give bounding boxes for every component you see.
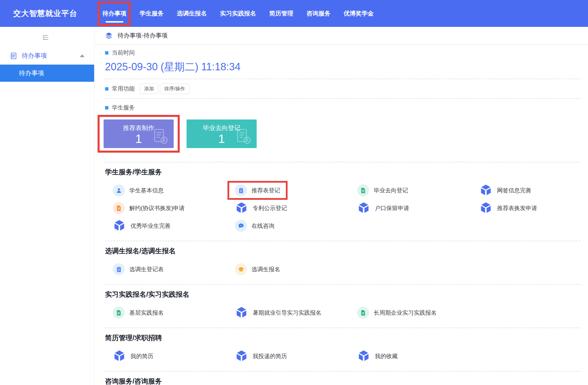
service-item-label: 我投递的简历 bbox=[253, 352, 287, 360]
service-item-label: 在线咨询 bbox=[252, 222, 274, 230]
sidebar-group-label: 待办事项 bbox=[22, 51, 47, 60]
service-item-label: 长周期企业实习实践报名 bbox=[374, 309, 437, 317]
doc-clock-icon bbox=[151, 127, 170, 146]
doc-icon bbox=[113, 202, 125, 214]
cap-icon bbox=[235, 263, 247, 275]
cube-icon bbox=[235, 350, 248, 363]
bullet-icon bbox=[105, 106, 108, 109]
nav-tab[interactable]: 简历管理 bbox=[269, 0, 293, 27]
chat-icon bbox=[235, 220, 247, 232]
service-item[interactable]: 暑期就业引导实习实践报名 bbox=[235, 305, 330, 320]
clipboard-icon bbox=[235, 184, 247, 196]
document-list-icon bbox=[10, 52, 17, 60]
service-item-label: 我的收藏 bbox=[375, 352, 398, 360]
page-content: 当前时间 2025-09-30 (星期二) 11:18:34 常用功能 添加排序… bbox=[95, 44, 588, 385]
app-title: 交大智慧就业平台 bbox=[0, 0, 94, 27]
nav-tab[interactable]: 优博奖学金 bbox=[344, 0, 374, 27]
service-item[interactable]: 毕业去向登记 bbox=[357, 183, 417, 198]
service-item-label: 优秀毕业生完善 bbox=[130, 222, 171, 230]
service-item[interactable]: 网签信息完善 bbox=[479, 183, 540, 198]
cube-icon bbox=[479, 202, 492, 215]
student-services-label: 学生服务 bbox=[112, 104, 135, 111]
sidebar-item-label: 待办事项 bbox=[19, 69, 44, 77]
divider bbox=[105, 79, 581, 79]
add-button[interactable]: 添加 bbox=[140, 83, 158, 94]
sidebar-group-todo[interactable]: 待办事项 bbox=[0, 47, 94, 65]
service-item[interactable]: 推荐表换发申请 bbox=[479, 201, 546, 216]
service-item-label: 选调生报名 bbox=[252, 266, 280, 273]
todo-cards-row: 推荐表制作 1 毕业去向登记 1 bbox=[98, 115, 581, 153]
app-header: 交大智慧就业平台 待办事项 学生服务 选调生报名 实习实践报名 简历管理 咨询服… bbox=[0, 0, 588, 27]
nav-tab[interactable]: 咨询服务 bbox=[306, 0, 330, 27]
student-services-row: 学生服务 bbox=[105, 104, 581, 111]
service-item[interactable]: 户口保留申请 bbox=[357, 201, 418, 216]
service-item[interactable]: 在线咨询 bbox=[235, 218, 283, 233]
layers-icon bbox=[105, 32, 113, 39]
service-item[interactable]: 我的收藏 bbox=[357, 349, 406, 364]
cube-icon bbox=[235, 306, 248, 319]
service-item[interactable]: 推荐表登记 bbox=[235, 183, 289, 198]
nav-tab-label: 优博奖学金 bbox=[344, 9, 374, 17]
service-item[interactable]: 选调生登记表 bbox=[113, 262, 172, 277]
service-item-label: 推荐表换发申请 bbox=[497, 204, 537, 212]
service-item-label: 基层实践报名 bbox=[129, 309, 164, 317]
cube-icon bbox=[479, 184, 492, 197]
service-sections: 学生服务/学生服务 学生基本信息 推荐表登记 毕业去向登记 网签信息完善 解约(… bbox=[105, 162, 581, 385]
section-grid: 学生基本信息 推荐表登记 毕业去向登记 网签信息完善 解约(协议书换发)申请 专… bbox=[113, 183, 581, 233]
service-item[interactable]: 选调生报名 bbox=[235, 262, 289, 277]
service-section: 选调生报名/选调生报名 选调生登记表 选调生报名 bbox=[105, 241, 581, 285]
service-section: 简历管理/求职招聘 我的简历 我投递的简历 我的收藏 bbox=[105, 328, 581, 372]
sidebar-collapse-icon[interactable] bbox=[41, 34, 50, 41]
service-item[interactable]: 学生基本信息 bbox=[113, 183, 172, 198]
nav-tab[interactable]: 实习实践报名 bbox=[220, 0, 256, 27]
doc-icon bbox=[357, 184, 369, 196]
section-title: 学生服务/学生服务 bbox=[105, 167, 581, 177]
doc-clock-icon bbox=[234, 127, 253, 146]
service-item-label: 学生基本信息 bbox=[129, 187, 164, 194]
active-tab-underline bbox=[106, 21, 123, 23]
nav-tabs: 待办事项 学生服务 选调生报名 实习实践报名 简历管理 咨询服务 优博奖学金 bbox=[102, 0, 374, 27]
service-item-label: 推荐表登记 bbox=[252, 187, 280, 194]
nav-tab[interactable]: 待办事项 bbox=[102, 0, 126, 27]
service-section: 实习实践报名/实习实践报名 基层实践报名 暑期就业引导实习实践报名 长周期企业实… bbox=[105, 285, 581, 328]
bullet-icon bbox=[105, 87, 108, 91]
nav-tab-label: 简历管理 bbox=[269, 9, 293, 17]
caret-up-icon bbox=[80, 54, 84, 57]
service-item-label: 解约(协议书换发)申请 bbox=[129, 204, 185, 212]
sort-operate-button[interactable]: 排序/操作 bbox=[160, 83, 189, 94]
section-title: 咨询服务/咨询服务 bbox=[105, 377, 581, 385]
cube-icon bbox=[113, 350, 126, 363]
service-item[interactable]: 我投递的简历 bbox=[235, 349, 296, 364]
cube-icon bbox=[357, 350, 370, 363]
nav-tab-label: 选调生报名 bbox=[177, 9, 207, 17]
doc-icon bbox=[113, 307, 125, 319]
section-title: 实习实践报名/实习实践报名 bbox=[105, 290, 581, 299]
todo-card[interactable]: 推荐表制作 1 bbox=[104, 119, 174, 148]
service-item[interactable]: 解约(协议书换发)申请 bbox=[113, 201, 193, 216]
bullet-icon bbox=[105, 51, 108, 55]
service-section: 咨询服务/咨询服务 咨询记录 活动报名 bbox=[105, 372, 581, 385]
service-item[interactable]: 优秀毕业生完善 bbox=[113, 218, 179, 233]
section-grid: 基层实践报名 暑期就业引导实习实践报名 长周期企业实习实践报名 bbox=[113, 305, 581, 320]
service-item-label: 网签信息完善 bbox=[497, 187, 531, 194]
todo-card[interactable]: 毕业去向登记 1 bbox=[187, 119, 257, 148]
section-grid: 选调生登记表 选调生报名 bbox=[113, 262, 581, 277]
current-time-row: 当前时间 bbox=[105, 49, 581, 57]
service-item-label: 暑期就业引导实习实践报名 bbox=[253, 309, 321, 317]
section-grid: 我的简历 我投递的简历 我的收藏 bbox=[113, 349, 581, 364]
common-functions-buttons: 添加排序/操作 bbox=[138, 83, 189, 94]
doc-icon bbox=[357, 307, 369, 319]
common-functions-row: 常用功能 添加排序/操作 bbox=[105, 83, 581, 94]
common-functions-label: 常用功能 bbox=[112, 85, 135, 93]
service-item[interactable]: 专利公示登记 bbox=[235, 201, 296, 216]
section-title: 选调生报名/选调生报名 bbox=[105, 246, 581, 256]
nav-tab-label: 咨询服务 bbox=[306, 9, 330, 17]
sidebar-item-todo[interactable]: 待办事项 bbox=[0, 65, 94, 82]
clipboard-icon bbox=[113, 263, 125, 275]
service-item[interactable]: 长周期企业实习实践报名 bbox=[357, 305, 445, 320]
service-item[interactable]: 基层实践报名 bbox=[113, 305, 172, 320]
nav-tab[interactable]: 选调生报名 bbox=[177, 0, 207, 27]
section-title: 简历管理/求职招聘 bbox=[105, 333, 581, 342]
nav-tab[interactable]: 学生服务 bbox=[140, 0, 164, 27]
service-item[interactable]: 我的简历 bbox=[113, 349, 162, 364]
